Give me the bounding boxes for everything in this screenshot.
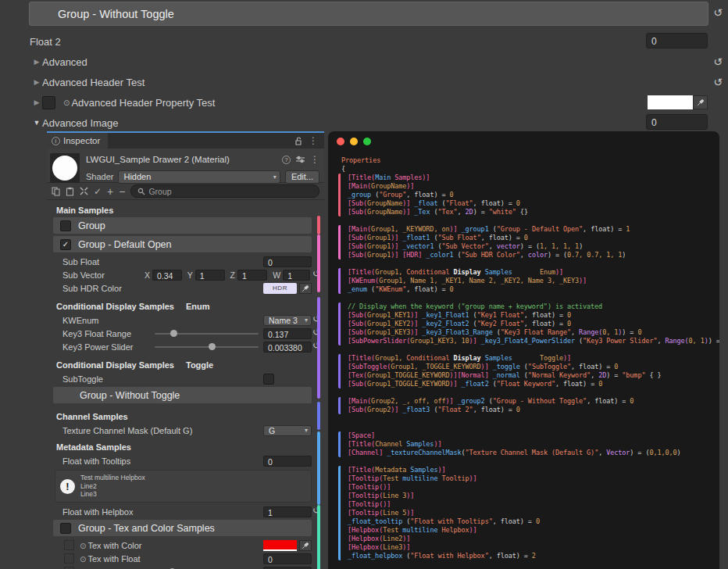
texture-slot[interactable] xyxy=(64,553,74,564)
group-header-bar[interactable]: ✓Group - Default Open xyxy=(53,236,312,252)
color-swatch[interactable] xyxy=(263,540,297,551)
foldout-closed-icon[interactable]: ▶ xyxy=(31,78,42,86)
property-label: ⊙Tex with Color xyxy=(80,541,263,550)
plus-icon[interactable]: + xyxy=(107,186,113,197)
hdr-color-swatch[interactable]: HDR xyxy=(263,283,297,294)
property-label: ⊙Tex with Float xyxy=(80,554,263,564)
kebab-menu-icon[interactable]: ⋮ xyxy=(310,154,319,165)
vector-field[interactable]: 1 xyxy=(195,270,225,281)
eyedropper-button[interactable] xyxy=(299,540,312,551)
code-line: [KWEnum(Group1, Name 1, _KEY1, Name 2, _… xyxy=(348,277,719,285)
tab-inspector[interactable]: i Inspector xyxy=(47,133,108,149)
checkbox[interactable] xyxy=(60,523,71,534)
help-icon[interactable]: ? xyxy=(282,156,291,164)
chevron-down-icon: ▾ xyxy=(273,174,277,181)
section-header: Conditional Display Samples xyxy=(56,360,174,370)
code-line: [Title(Group1, Conditional Display Sampl… xyxy=(348,268,719,277)
copy-icon[interactable] xyxy=(52,187,60,196)
close-button[interactable] xyxy=(337,138,344,145)
foldout-label[interactable]: Advanced Header Test xyxy=(42,77,145,88)
group-header-label: Group - Without Toggle xyxy=(58,8,174,20)
eyedropper-button[interactable] xyxy=(693,95,708,109)
material-header: LWGUI_Sample Drawer 2 (Material) ? ⋮ Sha… xyxy=(47,149,324,183)
value-field[interactable]: 0.003380 xyxy=(263,342,312,352)
foldout-open-icon[interactable]: ▼ xyxy=(31,119,42,127)
shader-dropdown[interactable]: Hidden ▾ xyxy=(118,170,280,184)
checkbox[interactable] xyxy=(60,220,71,231)
foldout-label[interactable]: Advanced Image xyxy=(42,117,119,129)
checkmark-icon[interactable]: ✓ xyxy=(94,187,102,196)
texture-slot[interactable] xyxy=(64,540,74,550)
slider[interactable] xyxy=(155,342,259,352)
revert-icon[interactable]: ↺ xyxy=(711,77,725,88)
collapse-icon[interactable] xyxy=(80,187,88,195)
inspector-body: Main SamplesGroup✓Group - Default OpenSu… xyxy=(47,200,324,569)
foldout-label[interactable]: Advanced xyxy=(42,56,87,68)
eyedropper-icon xyxy=(302,542,309,549)
presets-icon[interactable] xyxy=(296,156,305,163)
code-line: [Space] xyxy=(348,431,719,440)
value-field[interactable]: 0 xyxy=(646,33,708,48)
section-header: Main Samples xyxy=(56,206,113,215)
group-without-toggle-header[interactable]: Group - Without Toggle xyxy=(29,2,708,26)
paste-icon[interactable] xyxy=(66,187,74,196)
code-line: [Sub(Group1_KEY2)] _key2_Float2 ("Key2 F… xyxy=(348,320,719,328)
shader-source-code: Properties{[Title(Main Samples)][Main(Gr… xyxy=(334,156,719,560)
dropdown[interactable]: Name 3▾ xyxy=(263,315,312,326)
group-color-strip xyxy=(317,505,320,569)
kebab-menu-icon[interactable]: ⋮ xyxy=(309,135,318,146)
revert-icon[interactable]: ↺ xyxy=(711,56,725,67)
minimize-button[interactable] xyxy=(350,138,358,145)
foldout-closed-icon[interactable]: ▶ xyxy=(31,98,42,106)
search-icon xyxy=(137,188,145,195)
group-header-bar[interactable]: Group - Tex and Color Samples xyxy=(53,520,312,536)
group-color-strip xyxy=(317,402,320,430)
axis-label: Z xyxy=(230,270,235,280)
code-line: [Tooltip(Test multiline Tooltip)] xyxy=(348,474,719,483)
value-field[interactable]: 0 xyxy=(646,114,708,130)
code-line: _float_tooltip ("Float with Tooltips", f… xyxy=(348,517,719,526)
value-field[interactable]: 0 xyxy=(263,256,312,267)
target-icon: ⊙ xyxy=(80,542,86,550)
group-color-strip xyxy=(317,216,320,234)
group-header-bar[interactable]: Group - Without Toggle xyxy=(53,387,312,403)
group-header-bar[interactable]: Group xyxy=(53,217,312,234)
edit-shader-button[interactable]: Edit... xyxy=(285,170,319,184)
code-line: [Tex(Group1_TOGGLE_KEYWORD)][Normal] _no… xyxy=(348,371,719,380)
shader-label: Shader xyxy=(86,172,113,181)
code-line: [Sub(Group1)] _vector1 ("Sub Vector", ve… xyxy=(348,242,719,251)
value-field[interactable]: 0 xyxy=(263,567,312,569)
value-field[interactable]: 0 xyxy=(263,553,312,564)
code-line: [SubPowerSlider(Group1_KEY3, 10)] _key3_… xyxy=(348,337,719,345)
revert-icon[interactable]: ↺ xyxy=(711,7,725,18)
value-field[interactable]: 0.137 xyxy=(263,328,312,339)
slider[interactable] xyxy=(172,567,259,569)
color-swatch[interactable] xyxy=(648,95,693,109)
search-input[interactable]: Group xyxy=(130,184,319,198)
eyedropper-button[interactable] xyxy=(299,283,312,294)
vector-field[interactable]: 1 xyxy=(237,270,267,281)
checkbox-checked[interactable]: ✓ xyxy=(60,239,71,250)
dropdown[interactable]: G▾ xyxy=(263,425,312,436)
helpbox-line: Line3 xyxy=(80,490,145,499)
axis-label: W xyxy=(273,270,280,280)
vector-field[interactable]: 0.34 xyxy=(152,270,182,281)
code-line: [Tooltip(Line 3)] xyxy=(348,492,719,500)
lock-icon[interactable] xyxy=(294,137,302,145)
shader-value: Hidden xyxy=(123,172,269,181)
screen: Group - Without Toggle ↺ Float 2 0▶ Adva… xyxy=(0,0,728,569)
code-line: [Sub(GroupName)] _float ("Float", float)… xyxy=(348,199,719,208)
checkbox[interactable] xyxy=(263,374,274,385)
material-preview[interactable] xyxy=(50,153,80,183)
property-label: Key3 Power Slider xyxy=(62,342,155,352)
vector-field[interactable]: 1 xyxy=(283,270,310,281)
foldout-closed-icon[interactable]: ▶ xyxy=(31,58,42,66)
value-field[interactable]: 1 xyxy=(263,506,312,517)
value-field[interactable]: 0 xyxy=(263,456,312,467)
foldout-label[interactable]: Advanced Header Property Test xyxy=(71,97,215,109)
property-checkbox[interactable] xyxy=(42,96,55,109)
minus-icon[interactable]: − xyxy=(119,186,125,197)
zoom-button[interactable] xyxy=(363,138,371,145)
property-label: Float with Tooltips xyxy=(62,456,263,466)
slider[interactable] xyxy=(155,328,259,339)
